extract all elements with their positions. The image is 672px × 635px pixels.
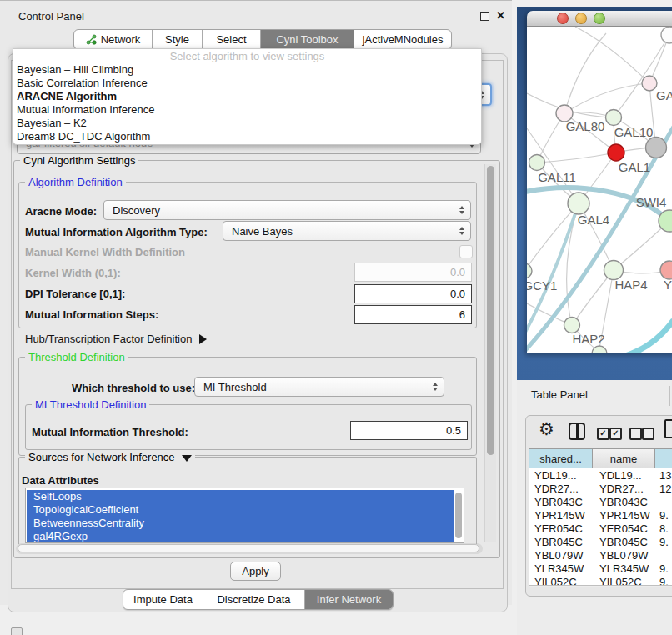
table-row-cell[interactable]: YBL079W [599, 549, 654, 562]
table-row-cell[interactable]: YBR045C [599, 536, 654, 549]
node-gal-pink[interactable] [642, 76, 657, 91]
label-gal10: GAL10 [614, 125, 654, 139]
sources-group-title[interactable]: Sources for Network Inference [25, 452, 195, 462]
combo-spinner-icon [459, 227, 464, 235]
table-row-cell[interactable]: 9. [659, 536, 672, 549]
close-panel-icon[interactable]: ✕ [496, 10, 505, 22]
node-gal10[interactable] [606, 110, 622, 126]
table-row-cell[interactable]: YDR27... [599, 482, 654, 496]
manual-kernel-checkbox[interactable] [459, 245, 473, 258]
node-gcy1[interactable] [527, 263, 532, 278]
popup-item-dream8[interactable]: Dream8 DC_TDC Algorithm [13, 130, 481, 143]
tab-network[interactable]: Network [74, 30, 153, 49]
network-icon [86, 34, 97, 45]
table-row-cell[interactable]: 9. [659, 562, 672, 576]
hub-factor-expander-label: Hub/Transcription Factor Definition [25, 332, 192, 345]
popup-item-basic-correlation[interactable]: Basic Correlation Inference [13, 77, 481, 90]
column-header-cut[interactable] [655, 449, 672, 468]
float-window-icon[interactable] [480, 12, 489, 21]
column-layout-icon[interactable] [569, 422, 585, 440]
mi-type-combo[interactable]: Naive Bayes [223, 221, 471, 241]
list-item-gal4rgexp[interactable]: gal4RGexp [27, 530, 454, 543]
node-top-cut[interactable] [661, 27, 672, 43]
node-gray[interactable] [646, 138, 667, 158]
dpi-tolerance-label: DPI Tolerance [0,1]: [25, 288, 125, 300]
combo-spinner-icon [459, 206, 464, 214]
column-header-name[interactable]: name [593, 449, 655, 468]
deselect-all-checkbox-icon[interactable] [629, 428, 642, 440]
table-row-cell[interactable]: YBL079W [534, 549, 591, 562]
tab-infer-network[interactable]: Infer Network [305, 590, 393, 609]
table-row-cell[interactable] [659, 496, 672, 509]
table-panel-divider [669, 386, 670, 406]
settings-vertical-scrollbar-thumb[interactable] [487, 166, 494, 455]
list-item-selfloops[interactable]: SelfLoops [27, 490, 454, 503]
popup-item-mutual-information[interactable]: Mutual Information Inference [13, 103, 481, 117]
table-row-cell[interactable]: YLR345W [599, 562, 654, 576]
tab-discretize-data[interactable]: Discretize Data [203, 590, 305, 609]
settings-horizontal-scrollbar[interactable] [16, 543, 483, 554]
export-table-icon[interactable] [664, 419, 672, 438]
table-row-cell[interactable]: YPR145W [534, 509, 591, 522]
popup-item-bayesian-k2[interactable]: Bayesian – K2 [13, 117, 481, 130]
apply-button[interactable]: Apply [230, 562, 281, 581]
list-vertical-scrollbar-thumb[interactable] [455, 492, 462, 538]
popup-item-bayesian-hill-climbing[interactable]: Bayesian – Hill Climbing [13, 63, 481, 77]
tab-style[interactable]: Style [153, 30, 203, 49]
tab-jactivemnodules[interactable]: jActiveMNodules [354, 30, 451, 49]
table-row-cell[interactable]: YDL19... [599, 469, 654, 482]
kernel-width-field[interactable] [354, 262, 472, 282]
mi-threshold-field[interactable] [350, 421, 468, 440]
popup-item-aracne[interactable]: ARACNE Algorithm [13, 90, 481, 103]
table-row-cell[interactable]: YBR043C [599, 496, 654, 509]
list-item-topologicalcoefficient[interactable]: TopologicalCoefficient [27, 503, 454, 517]
select-all-checkbox-icon-2[interactable]: ✓ [609, 428, 622, 440]
network-window-titlebar[interactable] [527, 11, 672, 27]
panel-grip[interactable] [11, 628, 23, 635]
window-close-button[interactable] [557, 12, 569, 24]
table-row-cell[interactable]: 9. [659, 509, 672, 522]
table-row-cell[interactable]: YDR27... [534, 482, 591, 496]
table-settings-gear-icon[interactable]: ⚙ [539, 420, 554, 438]
which-threshold-combo[interactable]: MI Threshold [194, 377, 444, 397]
select-all-checkbox-icon[interactable]: ✓ [597, 428, 609, 440]
table-row-cell[interactable]: YER054C [599, 522, 654, 536]
settings-vertical-scrollbar[interactable] [484, 164, 496, 542]
deselect-all-checkbox-icon-2[interactable] [642, 428, 654, 440]
table-row-cell[interactable]: 13 [659, 469, 672, 482]
node-gal11[interactable] [529, 155, 545, 171]
node-gal1-red[interactable] [608, 144, 624, 161]
mi-steps-field[interactable] [354, 305, 472, 324]
network-node-labels: GAL GAL80 GAL10 GAL1 GAL11 SWI4 GAL4 GCY… [527, 88, 672, 346]
table-row-cell[interactable]: YBR045C [534, 536, 591, 549]
settings-horizontal-scrollbar-thumb[interactable] [18, 544, 479, 552]
node-salmon[interactable] [660, 261, 672, 279]
table-row-cell[interactable] [659, 549, 672, 562]
node-gal4[interactable] [568, 192, 589, 214]
node-bottom-cut[interactable] [592, 346, 607, 353]
column-header-shared-name[interactable]: shared... [529, 449, 593, 468]
window-zoom-button[interactable] [594, 12, 605, 24]
list-item-betweennesscentrality[interactable]: BetweennessCentrality [27, 517, 454, 530]
table-row-cell[interactable]: 12 [659, 482, 672, 496]
table-row-cell[interactable]: YBR043C [534, 496, 591, 509]
table-row-cell[interactable]: 8. [659, 522, 672, 536]
mi-steps-label: Mutual Information Steps: [25, 309, 158, 321]
dpi-tolerance-field[interactable] [354, 284, 472, 303]
aracne-mode-combo[interactable]: Discovery [103, 200, 471, 220]
cyni-mode-tabbar: Impute Data Discretize Data Infer Networ… [123, 589, 394, 610]
window-minimize-button[interactable] [575, 12, 587, 24]
table-row-cell[interactable]: YER054C [534, 522, 591, 536]
control-panel-tabbar: Network Style Select Cyni Toolbox jActiv… [73, 29, 452, 50]
tab-cyni-toolbox[interactable]: Cyni Toolbox [261, 30, 354, 49]
network-canvas[interactable]: GAL GAL80 GAL10 GAL1 GAL11 SWI4 GAL4 GCY… [527, 27, 672, 353]
table-horizontal-scrollbar[interactable] [529, 585, 672, 588]
tab-impute-data[interactable]: Impute Data [123, 590, 203, 609]
tab-infer-network-label: Infer Network [317, 593, 381, 606]
node-hap2[interactable] [564, 318, 580, 333]
hub-factor-expander[interactable]: Hub/Transcription Factor Definition [25, 333, 207, 345]
table-row-cell[interactable]: YDL19... [534, 469, 591, 482]
table-row-cell[interactable]: YLR345W [534, 562, 591, 576]
tab-select[interactable]: Select [203, 30, 261, 49]
table-row-cell[interactable]: YPR145W [599, 509, 654, 522]
